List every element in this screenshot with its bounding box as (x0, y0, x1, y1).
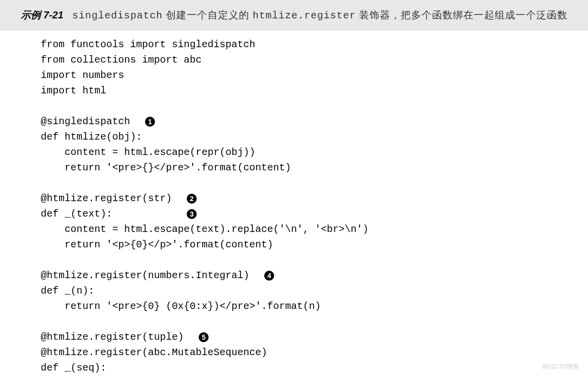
callout-marker-5: 5 (199, 332, 209, 342)
watermark: @51CTO博客 (542, 363, 579, 371)
code-text: from functools import singledispatch (41, 39, 255, 50)
code-line: def _(seq): (41, 360, 579, 376)
title-code-2: htmlize.register (253, 10, 356, 21)
code-line: import html (41, 83, 579, 98)
code-line: from collections import abc (41, 52, 579, 68)
code-line (41, 314, 579, 329)
example-title: singledispatch 创建一个自定义的 htmlize.register… (73, 6, 568, 25)
code-text: import numbers (41, 70, 124, 81)
code-line (41, 252, 579, 268)
code-line: @htmlize.register(abc.MutableSequence) (41, 345, 579, 360)
code-text: def htmlize(obj): (41, 131, 142, 143)
example-label: 示例 7-21 (21, 6, 64, 24)
title-text-2: 装饰器，把多个函数绑在一起组成一个泛函数 (356, 9, 568, 20)
code-line: return '<pre>{}</pre>'.format(content) (41, 160, 579, 175)
callout-marker-1: 1 (145, 117, 155, 127)
code-line: @htmlize.register(numbers.Integral) 4 (41, 268, 579, 283)
code-text: content = html.escape(repr(obj)) (41, 147, 255, 158)
code-text (41, 254, 47, 266)
code-text: @htmlize.register(numbers.Integral) (41, 270, 261, 281)
code-text: def _(seq): (41, 362, 106, 374)
code-line (41, 98, 579, 114)
title-code-1: singledispatch (73, 10, 163, 21)
code-text: @htmlize.register(abc.MutableSequence) (41, 347, 267, 358)
code-line: content = html.escape(text).replace('\n'… (41, 222, 579, 237)
code-text: @htmlize.register(tuple) (41, 331, 196, 343)
code-line: return '<p>{0}</p>'.format(content) (41, 237, 579, 252)
code-text: def _(text): (41, 208, 184, 220)
code-text: @singledispatch (41, 116, 142, 127)
code-line: @htmlize.register(str) 2 (41, 191, 579, 206)
code-line: return '<pre>{0} (0x{0:x})</pre>'.format… (41, 299, 579, 314)
code-text (41, 316, 47, 327)
code-text: return '<p>{0}</p>'.format(content) (41, 239, 273, 250)
callout-marker-3: 3 (187, 209, 197, 219)
code-text: def _(n): (41, 285, 94, 297)
code-line: from functools import singledispatch (41, 37, 579, 52)
code-text: from collections import abc (41, 54, 202, 66)
callout-marker-4: 4 (264, 271, 274, 281)
code-text: @htmlize.register(str) (41, 193, 184, 204)
code-text: return '<pre>{0} (0x{0:x})</pre>'.format… (41, 301, 321, 312)
code-line: @htmlize.register(tuple) 5 (41, 329, 579, 345)
code-block: from functools import singledispatchfrom… (0, 31, 588, 377)
title-text-1: 创建一个自定义的 (163, 9, 253, 20)
code-line: def _(text): 3 (41, 206, 579, 222)
callout-marker-2: 2 (187, 194, 197, 204)
example-header: 示例 7-21 singledispatch 创建一个自定义的 htmlize.… (0, 0, 588, 31)
code-line: @singledispatch 1 (41, 114, 579, 129)
code-line: def htmlize(obj): (41, 129, 579, 145)
code-text: import html (41, 85, 106, 96)
code-line (41, 175, 579, 191)
code-text: content = html.escape(text).replace('\n'… (41, 224, 368, 235)
code-line: content = html.escape(repr(obj)) (41, 145, 579, 160)
code-text: return '<pre>{}</pre>'.format(content) (41, 162, 291, 173)
code-text (41, 100, 47, 112)
code-line: import numbers (41, 68, 579, 83)
code-text (41, 177, 47, 189)
code-line: def _(n): (41, 283, 579, 299)
